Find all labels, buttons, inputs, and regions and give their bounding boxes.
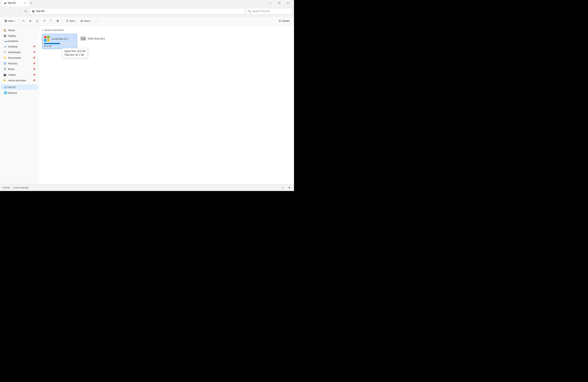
share-icon: ⤴ — [50, 20, 52, 22]
close-button[interactable]: ✕ — [284, 0, 293, 6]
grid-view-button[interactable]: ⊞ — [287, 185, 292, 190]
sidebar-item-music[interactable]: 🎵 Music 📌 — [1, 66, 38, 72]
documents-icon: 📁 — [3, 56, 7, 60]
pin-icon-music: 📌 — [33, 68, 36, 70]
rename-icon: ✏ — [43, 20, 46, 22]
local-disk-name: Local Disk (C:) — [52, 37, 68, 40]
devices-section-header[interactable]: ▾ Devices and drives — [42, 29, 291, 32]
title-bar: 🖥 This PC ✕ + — ❐ ✕ — [0, 0, 294, 6]
pin-icon-videos: 📌 — [33, 74, 36, 76]
sidebar-item-downloads[interactable]: ⬇ Downloads 📌 — [1, 49, 38, 55]
up-button[interactable]: ↑ — [16, 8, 22, 14]
view-dropdown-icon: ▾ — [90, 20, 91, 22]
local-disk-icon — [44, 36, 50, 42]
drive-tooltip: Space free: 29.9 GB Total size: 63.1 GB — [62, 48, 88, 58]
minimize-button[interactable]: — — [266, 0, 274, 6]
new-icon: ➕ — [4, 20, 7, 22]
search-box[interactable]: 🔍 Search This PC — [246, 8, 293, 15]
item-count: 2 items — [2, 186, 10, 189]
drives-grid: Local Disk (C:) 29.9 GB DVD — [42, 34, 291, 49]
this-pc-label: This PC — [7, 86, 16, 89]
sort-icon: ⇅ — [66, 20, 68, 22]
sidebar-item-documents[interactable]: 📁 Documents 📌 — [1, 55, 38, 61]
onedrive-label: OneDrive — [7, 40, 18, 42]
search-icon: 🔍 — [248, 10, 251, 13]
active-tab[interactable]: 🖥 This PC ✕ — [1, 0, 29, 6]
tooltip-total-line: Total size: 63.1 GB — [64, 53, 85, 57]
sidebar-item-videos[interactable]: 🎬 Videos 📌 — [1, 72, 38, 77]
network-label: Network — [8, 91, 17, 94]
delete-button[interactable]: 🗑 — [54, 18, 61, 24]
breadcrumb-label: This PC — [36, 10, 45, 13]
sidebar-item-desktop[interactable]: 🖥 Desktop 📌 — [1, 44, 38, 49]
onedrive-icon: ☁ — [4, 40, 7, 42]
details-icon: ☰ — [279, 20, 281, 22]
dvd-drive-item[interactable]: DVD DVD Drive (D:) — [79, 34, 114, 49]
sidebar-item-mimic[interactable]: 📂 mimic-documen 📌 — [1, 78, 38, 83]
local-disk-bar-fill — [44, 43, 60, 44]
downloads-label: Downloads — [8, 51, 21, 54]
breadcrumb-chevron: › — [46, 10, 47, 12]
pin-icon-mimic: 📌 — [33, 79, 36, 82]
list-view-button[interactable]: ≡ — [281, 185, 285, 190]
sort-label: Sort — [69, 20, 74, 22]
selection-info: 1 item selected — [13, 186, 29, 189]
mimic-label: mimic-documen — [8, 79, 26, 82]
toolbar: ➕ New ▾ ✂ ⧉ 📋 ✏ ⤴ 🗑 ⇅ Sort ▾ ⊞ View ▾ ··… — [0, 16, 294, 26]
details-button[interactable]: ☰ Details — [277, 18, 292, 24]
sidebar-item-pictures[interactable]: 🖼 Pictures 📌 — [1, 61, 38, 66]
details-label: Details — [282, 20, 290, 22]
sidebar-item-gallery[interactable]: 🖼 Gallery — [1, 33, 38, 39]
gallery-icon: 🖼 — [3, 34, 7, 38]
pin-icon-downloads: 📌 — [33, 51, 36, 53]
dvd-drive-icon: DVD — [80, 35, 86, 42]
collapse-icon: ▾ — [42, 29, 43, 31]
share-button[interactable]: ⤴ — [48, 18, 54, 24]
rename-button[interactable]: ✏ — [42, 18, 48, 24]
status-bar: 2 items 1 item selected ≡ ⊞ — [0, 184, 294, 191]
network-expand-arrow: › — [2, 92, 3, 94]
videos-icon: 🎬 — [3, 73, 7, 76]
view-button[interactable]: ⊞ View ▾ — [79, 18, 93, 24]
location-bar[interactable]: 🖥 This PC › — [30, 8, 245, 15]
new-tab-button[interactable]: + — [29, 0, 34, 6]
back-button[interactable]: ← — [1, 8, 8, 14]
cut-icon: ✂ — [22, 20, 25, 22]
new-label: New — [8, 20, 13, 22]
copy-icon: ⧉ — [29, 20, 31, 22]
local-disk-item[interactable]: Local Disk (C:) 29.9 GB — [42, 34, 77, 49]
onedrive-expand-arrow: › — [3, 40, 4, 42]
svg-rect-0 — [44, 36, 46, 38]
paste-icon: 📋 — [36, 20, 39, 22]
downloads-icon: ⬇ — [3, 50, 7, 54]
sidebar-item-home[interactable]: 🏠 Home — [1, 27, 38, 33]
new-button[interactable]: ➕ New ▾ — [2, 18, 17, 24]
svg-text:DVD: DVD — [81, 38, 84, 40]
paste-button[interactable]: 📋 — [34, 18, 41, 24]
sidebar-item-this-pc[interactable]: › 🖥 This PC — [1, 85, 38, 90]
content-area: ▾ Devices and drives Local Dis — [39, 26, 294, 184]
more-button[interactable]: ··· — [94, 18, 100, 24]
documents-label: Documents — [8, 56, 21, 59]
sidebar-item-network[interactable]: › 🌐 Network — [1, 90, 38, 95]
copy-button[interactable]: ⧉ — [27, 18, 33, 24]
forward-button[interactable]: → — [9, 8, 15, 14]
address-bar: ← → ↑ ↻ 🖥 This PC › 🔍 Search This PC — [0, 6, 294, 16]
music-label: Music — [8, 68, 15, 71]
refresh-button[interactable]: ↻ — [22, 8, 29, 14]
sidebar-item-onedrive[interactable]: › ☁ OneDrive — [1, 39, 38, 43]
pictures-label: Pictures — [8, 62, 17, 65]
desktop-icon: 🖥 — [3, 45, 7, 48]
home-icon: 🏠 — [3, 28, 7, 32]
view-label: View — [84, 20, 89, 22]
path-icon: 🖥 — [32, 10, 35, 13]
sort-button[interactable]: ⇅ Sort ▾ — [64, 18, 78, 24]
pin-icon-documents: 📌 — [33, 57, 36, 59]
cut-button[interactable]: ✂ — [21, 18, 27, 24]
desktop-label: Desktop — [8, 45, 18, 48]
maximize-button[interactable]: ❐ — [274, 0, 284, 6]
search-placeholder: Search This PC — [252, 10, 270, 13]
new-dropdown-icon: ▾ — [14, 20, 15, 22]
tab-close-button[interactable]: ✕ — [23, 1, 26, 5]
pin-icon-desktop: 📌 — [33, 45, 36, 48]
